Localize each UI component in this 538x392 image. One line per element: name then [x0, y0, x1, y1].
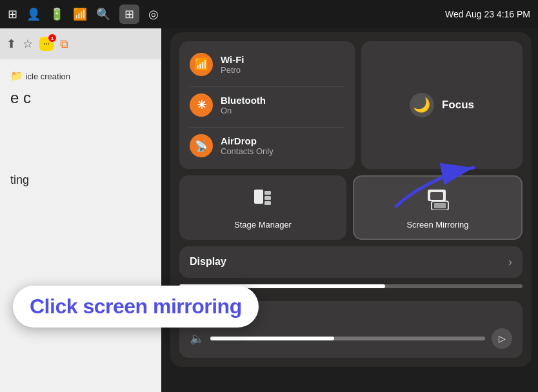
focus-tile[interactable]: 🌙 Focus: [361, 41, 523, 169]
bluetooth-icon: ✳: [197, 98, 206, 112]
airdrop-label: AirDrop Contacts Only: [221, 135, 274, 156]
copy-icon[interactable]: ⧉: [60, 37, 68, 51]
screen-mirroring-tile[interactable]: Screen Mirroring: [353, 175, 523, 240]
airplay-button[interactable]: ▷: [492, 328, 512, 349]
wifi-network: Petro: [221, 65, 244, 75]
control-center-icon[interactable]: ⊞: [119, 5, 139, 24]
cc-network-tile: 📶 Wi-Fi Petro ✳ Bluetooth On 📡: [179, 41, 355, 169]
svg-rect-0: [254, 190, 263, 204]
svg-rect-1: [264, 191, 271, 195]
menubar-datetime: Wed Aug 23 4:16 PM: [445, 9, 530, 19]
display-chevron-icon: ›: [508, 255, 512, 269]
wifi-item[interactable]: 📶 Wi-Fi Petro: [190, 50, 344, 79]
bluetooth-name: Bluetooth: [221, 95, 266, 106]
airdrop-icon: 📡: [195, 140, 208, 152]
menubar-left: ⊞ 👤 🔋 📶 🔍 ⊞ ◎: [8, 5, 159, 24]
siri-icon[interactable]: ◎: [148, 7, 159, 21]
wifi-icon: 📶: [194, 57, 208, 72]
airplay-icon: ▷: [499, 333, 506, 344]
bluetooth-label: Bluetooth On: [221, 95, 266, 115]
battery-icon[interactable]: 🔋: [50, 7, 64, 21]
wifi-icon-circle: 📶: [190, 53, 213, 76]
airdrop-item[interactable]: 📡 AirDrop Contacts Only: [190, 127, 344, 160]
svg-rect-5: [430, 192, 443, 200]
svg-rect-3: [264, 201, 271, 205]
stage-manager-label: Stage Manager: [234, 220, 292, 231]
article-toolbar: ⬆ ☆ ··· 1 ⧉: [0, 28, 161, 59]
menubar: ⊞ 👤 🔋 📶 🔍 ⊞ ◎ Wed Aug 23 4:16 PM: [0, 0, 538, 28]
volume-slider[interactable]: [210, 337, 485, 340]
sound-slider-row: 🔈 ▷: [190, 328, 512, 349]
display-label: Display: [190, 256, 226, 268]
svg-rect-2: [264, 196, 271, 200]
focus-moon-icon: 🌙: [410, 93, 434, 117]
article-title-text: icle creation: [26, 72, 70, 81]
cc-bottom-row: Stage Manager Screen Mirroring: [179, 175, 523, 240]
star-icon[interactable]: ☆: [23, 37, 33, 51]
volume-slider-fill: [210, 337, 334, 340]
article-area: ⬆ ☆ ··· 1 ⧉ 📁 icle creation e c ting: [0, 28, 161, 392]
volume-icon: 🔈: [190, 331, 204, 346]
upload-icon[interactable]: ⬆: [6, 37, 16, 51]
person-icon[interactable]: 👤: [26, 7, 41, 21]
wifi-label: Wi-Fi Petro: [221, 54, 244, 75]
bluetooth-status: On: [221, 106, 266, 115]
article-body: e c: [10, 87, 151, 109]
bluetooth-item[interactable]: ✳ Bluetooth On: [190, 86, 344, 119]
article-body-bottom: ting: [10, 173, 151, 187]
wifi-name: Wi-Fi: [221, 54, 244, 65]
cc-top-row: 📶 Wi-Fi Petro ✳ Bluetooth On 📡: [179, 41, 523, 169]
airdrop-status: Contacts Only: [221, 146, 274, 156]
svg-rect-7: [434, 203, 446, 208]
stage-manager-icon: [252, 187, 275, 215]
moon-icon: 🌙: [413, 97, 430, 113]
wifi-menu-icon[interactable]: 📶: [73, 7, 87, 21]
click-instruction-bubble: Click screen mirroring: [13, 286, 259, 328]
screen-mirroring-icon: [426, 187, 450, 215]
airdrop-icon-circle: 📡: [190, 134, 213, 157]
focus-label: Focus: [442, 99, 474, 112]
tab-count: 1: [48, 34, 56, 42]
airdrop-name: AirDrop: [221, 135, 274, 146]
article-content: 📁 icle creation e c ting: [0, 59, 161, 197]
grid-icon[interactable]: ⊞: [8, 7, 17, 21]
article-title: 📁 icle creation: [10, 70, 151, 82]
screen-mirroring-label: Screen Mirroring: [406, 220, 468, 231]
search-menu-icon[interactable]: 🔍: [96, 7, 110, 21]
display-row[interactable]: Display ›: [179, 246, 523, 278]
stage-manager-tile[interactable]: Stage Manager: [179, 175, 346, 240]
menubar-right: Wed Aug 23 4:16 PM: [445, 9, 530, 19]
bluetooth-icon-circle: ✳: [190, 93, 213, 117]
tab-badge[interactable]: ··· 1: [39, 37, 54, 51]
click-instruction-text: Click screen mirroring: [30, 295, 242, 318]
